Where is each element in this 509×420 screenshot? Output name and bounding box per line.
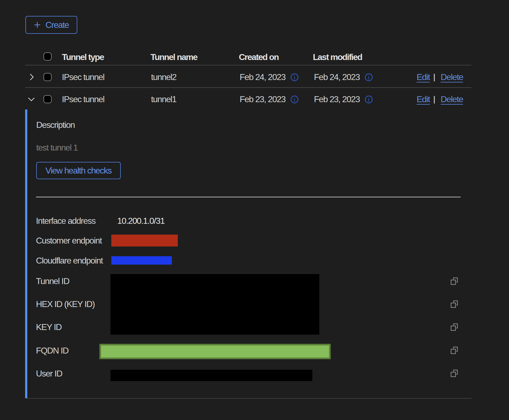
svg-text:i: i — [368, 96, 370, 103]
svg-text:i: i — [294, 74, 295, 81]
svg-text:i: i — [294, 96, 295, 103]
svg-text:i: i — [368, 74, 370, 81]
